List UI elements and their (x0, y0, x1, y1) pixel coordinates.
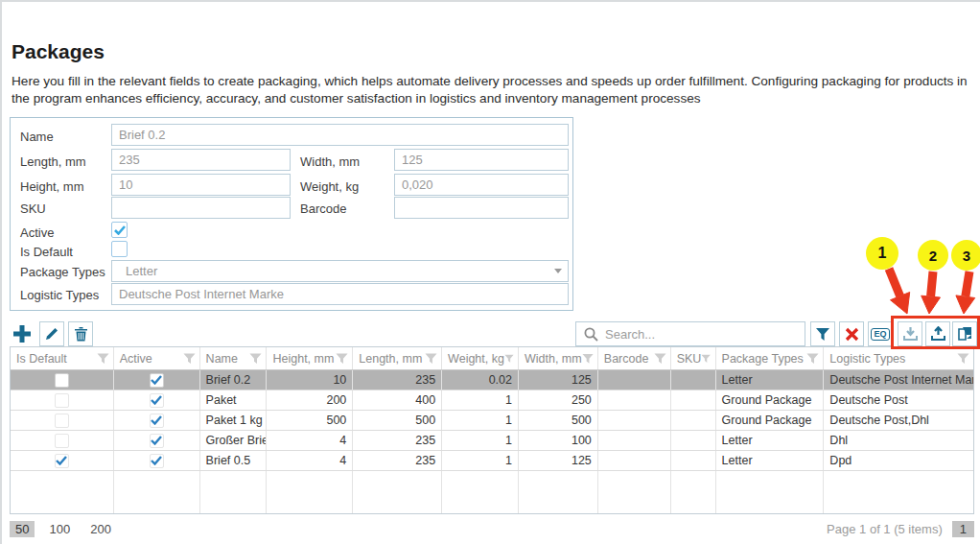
clear-x-icon (845, 327, 859, 342)
column-header-active[interactable]: Active (114, 347, 200, 369)
page-size-100[interactable]: 100 (43, 521, 76, 537)
weight-label: Weight, kg (300, 179, 359, 194)
column-header-label: Logistic Types (829, 352, 905, 366)
delete-button[interactable] (68, 321, 93, 346)
active-checkbox[interactable] (111, 222, 128, 238)
name-label: Name (20, 130, 54, 144)
search-box[interactable] (575, 321, 805, 346)
table-cell-active[interactable] (114, 451, 200, 470)
table-cell-isDefault[interactable] (11, 390, 114, 410)
table-cell-height: 4 (267, 431, 353, 450)
column-header-weight[interactable]: Weight, kg (442, 347, 519, 369)
unchecked-checkbox[interactable] (55, 414, 69, 428)
column-header-label: Weight, kg (448, 352, 504, 366)
check-icon (114, 225, 126, 235)
column-filter-icon[interactable] (806, 353, 819, 365)
table-cell-width: 125 (519, 370, 598, 390)
height-field[interactable] (111, 174, 291, 196)
column-filter-icon[interactable] (249, 353, 262, 365)
column-header-length[interactable]: Length, mm (353, 347, 442, 369)
column-header-height[interactable]: Height, mm (267, 347, 353, 369)
table-cell-active[interactable] (114, 370, 200, 390)
table-row[interactable]: Paket 1 kg5005001500Ground PackageDeutsc… (11, 411, 973, 431)
page-size-50[interactable]: 50 (10, 521, 35, 537)
current-page-button[interactable]: 1 (952, 521, 974, 537)
checked-checkbox[interactable] (55, 454, 69, 468)
table-cell-active[interactable] (114, 411, 200, 430)
column-filter-icon[interactable] (701, 353, 711, 365)
page-size-options: 50100200 (10, 521, 126, 537)
table-cell-barcode (598, 390, 671, 410)
checked-checkbox[interactable] (150, 434, 164, 448)
table-cell-active[interactable] (114, 390, 200, 410)
column-filter-icon[interactable] (97, 353, 109, 365)
empty-cell (353, 471, 442, 513)
table-cell-isDefault[interactable] (11, 411, 114, 430)
column-header-sku[interactable]: SKU (671, 347, 716, 369)
unchecked-checkbox[interactable] (55, 393, 69, 408)
empty-cell (519, 471, 598, 513)
table-cell-barcode (598, 431, 671, 450)
empty-cell (671, 471, 716, 513)
empty-cell (824, 471, 973, 513)
table-row[interactable]: Brief 0.2102350.02125LetterDeutsche Post… (11, 370, 973, 390)
is-default-checkbox[interactable] (111, 241, 128, 257)
weight-field[interactable] (394, 174, 569, 196)
width-field[interactable] (394, 149, 569, 171)
column-header-logisticTypes[interactable]: Logistic Types (824, 347, 973, 369)
filter-builder-button[interactable]: EQ (868, 321, 893, 346)
name-field[interactable] (111, 124, 569, 146)
table-cell-isDefault[interactable] (11, 451, 114, 470)
table-cell-isDefault[interactable] (11, 370, 114, 390)
column-filter-icon[interactable] (425, 353, 437, 365)
table-row[interactable]: Brief 0.542351125LetterDpd (11, 451, 973, 471)
pager-summary: Page 1 of 1 (5 items) (827, 522, 943, 536)
checked-checkbox[interactable] (150, 373, 164, 388)
column-header-packageTypes[interactable]: Package Types (716, 347, 825, 369)
table-row[interactable]: Paket2004001250Ground PackageDeutsche Po… (11, 390, 973, 411)
column-header-label: Width, mm (525, 352, 582, 366)
trash-icon (74, 326, 88, 342)
filter-button[interactable] (810, 321, 835, 346)
column-filter-icon[interactable] (183, 353, 196, 365)
search-icon (584, 327, 598, 342)
column-header-width[interactable]: Width, mm (519, 347, 598, 369)
column-filter-icon[interactable] (957, 353, 969, 365)
checked-checkbox[interactable] (150, 454, 164, 468)
table-cell-packageTypes: Ground Package (716, 411, 825, 430)
unchecked-checkbox[interactable] (55, 434, 69, 448)
clear-filter-button[interactable] (839, 321, 864, 346)
search-input[interactable] (605, 327, 797, 342)
empty-cell (442, 471, 519, 513)
table-cell-packageTypes: Letter (716, 451, 825, 470)
column-filter-icon[interactable] (654, 353, 666, 365)
package-types-select[interactable]: Letter (111, 260, 569, 282)
table-cell-packageTypes: Ground Package (716, 390, 825, 410)
column-filter-icon[interactable] (504, 353, 514, 365)
table-cell-isDefault[interactable] (11, 431, 114, 450)
add-button[interactable] (10, 321, 35, 346)
barcode-field[interactable] (394, 197, 569, 219)
height-label: Height, mm (20, 179, 83, 194)
logistic-types-field[interactable] (111, 283, 569, 305)
unchecked-checkbox[interactable] (55, 373, 69, 388)
length-field[interactable] (111, 149, 291, 171)
column-header-barcode[interactable]: Barcode (598, 347, 671, 369)
edit-button[interactable] (39, 321, 64, 346)
column-header-name[interactable]: Name (200, 347, 268, 369)
checked-checkbox[interactable] (150, 414, 164, 428)
check-icon (151, 436, 162, 445)
checked-checkbox[interactable] (150, 393, 164, 408)
table-cell-active[interactable] (114, 431, 200, 450)
column-filter-icon[interactable] (336, 353, 348, 365)
column-filter-icon[interactable] (582, 353, 594, 365)
table-cell-name: Paket (200, 390, 268, 410)
empty-cell (114, 471, 200, 513)
column-header-isDefault[interactable]: Is Default (11, 347, 114, 369)
page-title: Packages (12, 40, 105, 63)
chevron-down-icon (554, 269, 562, 273)
page-size-200[interactable]: 200 (84, 521, 117, 537)
table-cell-packageTypes: Letter (716, 370, 825, 390)
table-row[interactable]: Großer Brief42351100LetterDhl (11, 431, 973, 451)
sku-field[interactable] (111, 197, 291, 219)
